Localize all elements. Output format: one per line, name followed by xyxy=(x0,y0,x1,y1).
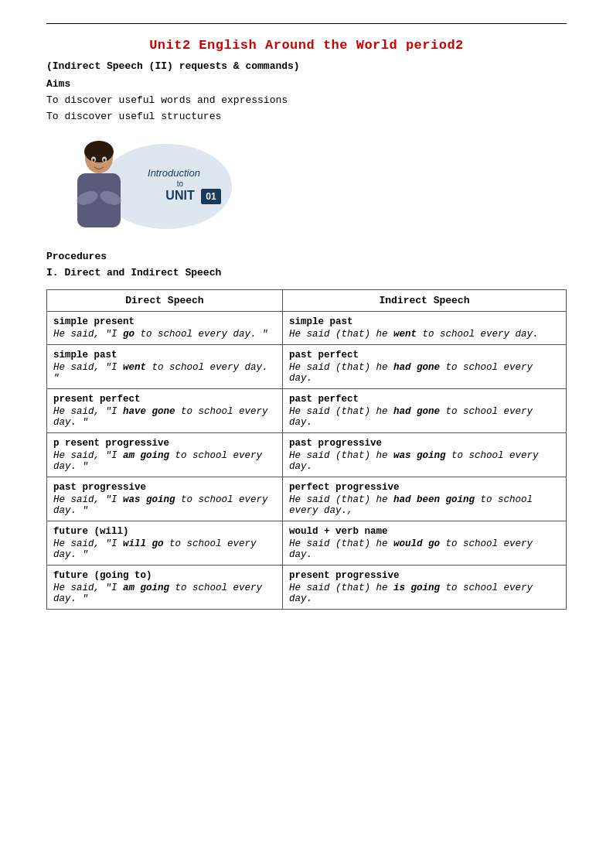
svg-point-7 xyxy=(84,141,114,162)
intro-image-svg: Introduction to UNIT 01 xyxy=(54,136,232,237)
direct-cell-6: future (going to)He said, "I am going to… xyxy=(47,566,283,610)
direct-tense-0: simple present xyxy=(53,316,276,327)
svg-point-14 xyxy=(104,159,106,162)
indirect-example-1: He said (that) he had gone to school eve… xyxy=(289,362,560,384)
col1-header: Direct Speech xyxy=(47,290,283,312)
indirect-tense-6: present progressive xyxy=(289,570,560,581)
direct-example-3: He said, "I am going to school every day… xyxy=(53,450,276,472)
direct-tense-2: present perfect xyxy=(53,394,276,405)
direct-cell-3: p resent progressiveHe said, "I am going… xyxy=(47,433,283,477)
aim-1: To discover useful words and expressions xyxy=(46,94,567,106)
indirect-cell-5: would + verb nameHe said (that) he would… xyxy=(282,521,566,566)
subtitle: (Indirect Speech (II) requests & command… xyxy=(46,60,567,72)
direct-example-0: He said, "I go to school every day. " xyxy=(53,329,276,340)
indirect-tense-3: past progressive xyxy=(289,438,560,449)
indirect-example-2: He said (that) he had gone to school eve… xyxy=(289,406,560,428)
table-row: present perfectHe said, "I have gone to … xyxy=(47,389,567,433)
indirect-example-0: He said (that) he went to school every d… xyxy=(289,329,560,340)
page: Unit2 English Around the World period2 (… xyxy=(0,0,613,868)
direct-cell-4: past progressiveHe said, "I was going to… xyxy=(47,477,283,521)
indirect-cell-4: perfect progressiveHe said (that) he had… xyxy=(282,477,566,521)
direct-tense-4: past progressive xyxy=(53,482,276,493)
table-row: simple pastHe said, "I went to school ev… xyxy=(47,345,567,389)
table-row: future (will)He said, "I will go to scho… xyxy=(47,521,567,566)
table-row: p resent progressiveHe said, "I am going… xyxy=(47,433,567,477)
indirect-tense-5: would + verb name xyxy=(289,526,560,537)
direct-example-4: He said, "I was going to school every da… xyxy=(53,494,276,516)
indirect-cell-0: simple pastHe said (that) he went to sch… xyxy=(282,312,566,345)
main-title: Unit2 English Around the World period2 xyxy=(46,38,567,53)
direct-cell-2: present perfectHe said, "I have gone to … xyxy=(47,389,283,433)
indirect-example-3: He said (that) he was going to school ev… xyxy=(289,450,560,472)
table-row: simple presentHe said, "I go to school e… xyxy=(47,312,567,345)
direct-cell-1: simple pastHe said, "I went to school ev… xyxy=(47,345,283,389)
svg-text:UNIT: UNIT xyxy=(165,189,195,202)
indirect-tense-2: past perfect xyxy=(289,394,560,405)
svg-point-13 xyxy=(93,159,95,162)
section-label: I. Direct and Indirect Speech xyxy=(46,267,567,279)
svg-text:01: 01 xyxy=(206,191,216,202)
indirect-tense-1: past perfect xyxy=(289,350,560,361)
table-row: future (going to)He said, "I am going to… xyxy=(47,566,567,610)
direct-cell-0: simple presentHe said, "I go to school e… xyxy=(47,312,283,345)
indirect-cell-2: past perfectHe said (that) he had gone t… xyxy=(282,389,566,433)
direct-example-1: He said, "I went to school every day. " xyxy=(53,362,276,384)
col2-header: Indirect Speech xyxy=(282,290,566,312)
indirect-tense-0: simple past xyxy=(289,316,560,327)
table-row: past progressiveHe said, "I was going to… xyxy=(47,477,567,521)
top-divider xyxy=(46,23,567,24)
direct-example-2: He said, "I have gone to school every da… xyxy=(53,406,276,428)
indirect-example-5: He said (that) he would go to school eve… xyxy=(289,538,560,560)
intro-image-block: Introduction to UNIT 01 xyxy=(54,136,567,237)
svg-text:Introduction: Introduction xyxy=(148,167,200,179)
indirect-cell-6: present progressiveHe said (that) he is … xyxy=(282,566,566,610)
indirect-cell-1: past perfectHe said (that) he had gone t… xyxy=(282,345,566,389)
svg-text:to: to xyxy=(177,179,184,188)
indirect-example-6: He said (that) he is going to school eve… xyxy=(289,583,560,604)
indirect-cell-3: past progressiveHe said (that) he was go… xyxy=(282,433,566,477)
procedures-label: Procedures xyxy=(46,251,567,262)
direct-tense-3: p resent progressive xyxy=(53,438,276,449)
direct-tense-6: future (going to) xyxy=(53,570,276,581)
indirect-example-4: He said (that) he had been going to scho… xyxy=(289,494,560,516)
speech-table: Direct Speech Indirect Speech simple pre… xyxy=(46,289,567,610)
direct-cell-5: future (will)He said, "I will go to scho… xyxy=(47,521,283,566)
aims-label: Aims xyxy=(46,78,567,90)
direct-example-6: He said, "I am going to school every day… xyxy=(53,583,276,604)
indirect-tense-4: perfect progressive xyxy=(289,482,560,493)
direct-example-5: He said, "I will go to school every day.… xyxy=(53,538,276,560)
direct-tense-1: simple past xyxy=(53,350,276,361)
aim-2: To discover useful structures xyxy=(46,111,567,122)
direct-tense-5: future (will) xyxy=(53,526,276,537)
